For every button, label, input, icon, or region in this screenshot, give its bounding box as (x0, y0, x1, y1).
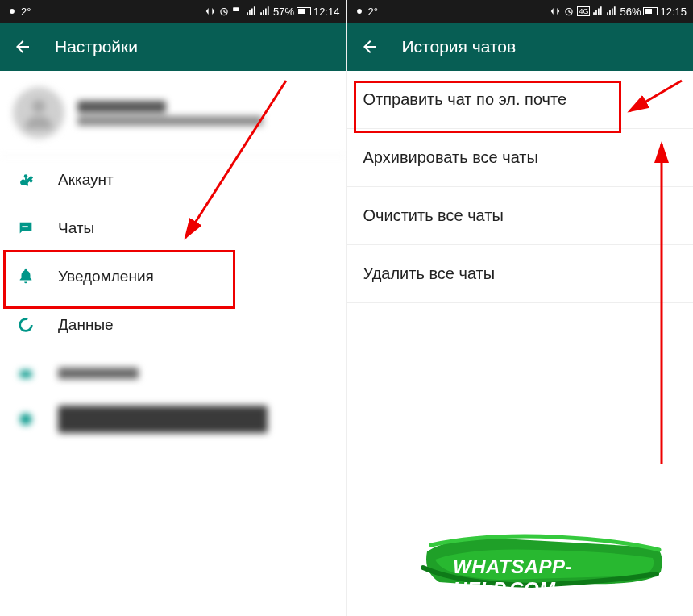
page-title: История чатов (402, 37, 517, 56)
status-bar-left: 2° 57% 12:14 (0, 0, 346, 23)
svg-point-0 (10, 9, 15, 14)
menu-label-chats: Чаты (58, 219, 94, 237)
chat-icon (16, 219, 35, 238)
bell-icon (16, 267, 35, 286)
header-left: Настройки (0, 23, 346, 71)
weather-icon (6, 6, 18, 17)
svg-point-12 (357, 9, 362, 14)
svg-point-4 (24, 174, 28, 178)
status-time: 12:14 (313, 6, 340, 18)
list-item-delete[interactable]: Удалить все чаты (347, 245, 694, 303)
settings-screen: 2° 57% 12:14 Настройки (0, 0, 347, 616)
menu-item-account[interactable]: Аккаунт (0, 156, 346, 204)
network-icon (232, 6, 243, 17)
list-label-delete: Удалить все чаты (363, 264, 496, 282)
battery-icon (297, 7, 311, 15)
alarm-icon (218, 6, 230, 17)
signal-icon (592, 6, 604, 17)
menu-item-blurred-2[interactable] (0, 397, 346, 447)
svg-rect-7 (22, 226, 27, 227)
signal2-icon (606, 6, 617, 17)
chat-history-screen: 2° 4G 56% 12:15 История чатов Отправить … (347, 0, 694, 616)
weather-icon (354, 6, 365, 17)
blurred-icon-2 (16, 410, 35, 429)
menu-label-account: Аккаунт (58, 171, 114, 189)
back-icon[interactable] (13, 37, 32, 56)
watermark: WHATSAPP-HELP.COM (419, 527, 669, 600)
menu-item-chats[interactable]: Чаты (0, 204, 346, 252)
page-title: Настройки (55, 37, 138, 56)
alarm-icon (563, 6, 575, 17)
profile-section[interactable] (0, 71, 346, 156)
key-icon (16, 170, 35, 189)
header-right: История чатов (347, 23, 694, 71)
status-bar-right: 2° 4G 56% 12:15 (347, 0, 694, 23)
battery-icon (643, 7, 658, 15)
watermark-text: WHATSAPP-HELP.COM (453, 556, 669, 601)
network-4g: 4G (577, 6, 590, 16)
svg-point-10 (20, 414, 32, 426)
blurred-label-1 (58, 368, 139, 379)
svg-rect-6 (24, 184, 27, 185)
svg-point-3 (32, 100, 45, 113)
list-label-archive: Архивировать все чаты (363, 148, 538, 166)
svg-rect-9 (20, 370, 32, 377)
temperature: 2° (21, 6, 31, 18)
list-item-archive[interactable]: Архивировать все чаты (347, 129, 694, 187)
menu-item-notifications[interactable]: Уведомления (0, 252, 346, 301)
back-icon[interactable] (360, 37, 380, 56)
list-item-email[interactable]: Отправить чат по эл. почте (347, 71, 694, 129)
data-icon (16, 315, 35, 335)
status-time: 12:15 (660, 6, 687, 18)
list-label-email: Отправить чат по эл. почте (363, 90, 567, 108)
transfer-icon (205, 6, 216, 17)
transfer-icon (550, 6, 561, 17)
profile-status-blurred (77, 116, 263, 126)
battery-percent: 57% (273, 6, 294, 18)
blurred-pill (58, 406, 268, 433)
svg-point-8 (20, 319, 32, 331)
list-item-clear[interactable]: Очистить все чаты (347, 187, 694, 245)
battery-percent: 56% (620, 6, 641, 18)
avatar (13, 87, 64, 139)
list-label-clear: Очистить все чаты (363, 206, 504, 224)
signal-icon (246, 6, 257, 17)
temperature: 2° (368, 6, 378, 18)
menu-item-data[interactable]: Данные (0, 301, 346, 349)
menu-label-notifications: Уведомления (58, 268, 154, 285)
svg-rect-2 (233, 7, 239, 11)
profile-name-blurred (77, 101, 166, 113)
signal2-icon (259, 6, 271, 17)
menu-label-data: Данные (58, 316, 114, 334)
blurred-icon-1 (16, 364, 35, 383)
menu-item-blurred-1[interactable] (0, 349, 346, 397)
